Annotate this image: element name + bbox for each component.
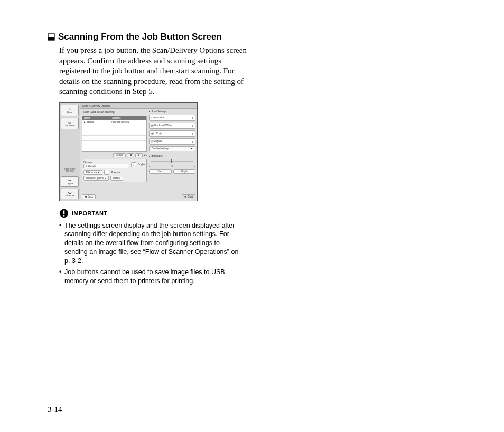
brightness-label: Brightness [149, 155, 195, 157]
table-row [82, 136, 146, 141]
power-icon: ⏻ [68, 191, 72, 194]
home-icon: ⌂ [69, 107, 71, 111]
logout-icon: ↪ [68, 179, 71, 182]
job-icon: ▭ [68, 120, 72, 124]
logout-button[interactable]: ↪Logout [61, 176, 79, 187]
row-name: server1 [87, 120, 96, 124]
col-name: Name [82, 116, 110, 120]
page-next[interactable]: ▶ [135, 153, 143, 158]
important-icon [59, 209, 69, 218]
prescan-label: Prescan [111, 171, 120, 174]
poweroff-label: Power off [66, 195, 74, 197]
side-dropdown[interactable]: ▯ Simplex▾ [149, 138, 195, 145]
table-row[interactable]: ▸server1\\server1\share [82, 120, 146, 125]
svg-rect-4 [63, 215, 65, 216]
table-row [82, 141, 146, 146]
detailed-settings-button[interactable]: Detailed settings▸ [149, 146, 195, 151]
duplex-label: Duplex [138, 163, 145, 166]
list-item: Job buttons cannot be used to save image… [59, 268, 244, 286]
footer-rule [48, 400, 456, 400]
page-indicator: 1/1 [144, 154, 147, 156]
filename-value: F071126 [83, 164, 129, 168]
bright-button[interactable]: Bright [173, 169, 195, 174]
list-item: The settings screen display and the scre… [59, 221, 244, 266]
important-label: IMPORTANT [72, 210, 107, 217]
home-button[interactable]: ⌂Home [61, 105, 79, 116]
table-row [82, 130, 146, 136]
svg-rect-3 [63, 210, 65, 214]
section-heading: Scanning From the Job Button Screen [58, 32, 222, 42]
dpi-dropdown[interactable]: ▦ 150 dpi▾ [149, 130, 195, 137]
duplex-check[interactable]: ✓ [131, 162, 136, 167]
timestamp: 4:44 PM Mon 3/29/2010 [61, 168, 79, 172]
embedded-screenshot: ⌂Home ▭Job Button 4:44 PM Mon 3/29/2010 … [59, 102, 456, 201]
page-prev[interactable]: ◀ [127, 153, 134, 158]
job-button[interactable]: ▭Job Button [61, 118, 79, 129]
color-dropdown[interactable]: ◧ Black and White▾ [149, 123, 195, 129]
poweroff-button[interactable]: ⏻Power off [61, 189, 79, 199]
table-row [82, 125, 146, 130]
back-button[interactable]: ◀ Back [82, 194, 96, 199]
svg-rect-1 [48, 37, 54, 40]
fileformat-button[interactable]: File format▸ [83, 170, 102, 175]
address-table: NameAddress ▸server1\\server1\share [82, 116, 147, 152]
table-row [82, 146, 146, 151]
start-button[interactable]: ◈ Start [182, 194, 195, 199]
col-address: Address [110, 116, 146, 120]
important-list: The settings screen display and the scre… [59, 221, 244, 286]
hint-text: Touch [Start] to start scanning. [82, 110, 147, 114]
home-label: Home [67, 111, 73, 114]
panel-title: Scan / Delivery Options [80, 103, 197, 109]
delivery-options-button[interactable]: Delivery Options▸ [83, 176, 109, 181]
logout-label: Logout [67, 183, 73, 185]
brightness-slider[interactable] [149, 159, 195, 163]
pagesize-dropdown[interactable]: ▭ Auto size▾ [149, 115, 195, 121]
filename-label: File name [83, 161, 129, 163]
job-label: Job Button [64, 125, 74, 127]
heading-bullet-icon [48, 33, 55, 41]
folder-icon: ▸ [84, 120, 86, 124]
details-button[interactable]: Details [113, 153, 126, 158]
default-button[interactable]: Default [110, 176, 123, 181]
page-number: 3-14 [48, 405, 62, 414]
scan-settings-label: Scan Settings [149, 110, 195, 113]
prescan-check[interactable] [104, 170, 109, 175]
intro-paragraph: If you press a job button, the Scan/Deli… [59, 45, 249, 97]
row-address: \\server1\share [110, 120, 146, 124]
dark-button[interactable]: Dark [149, 169, 171, 174]
